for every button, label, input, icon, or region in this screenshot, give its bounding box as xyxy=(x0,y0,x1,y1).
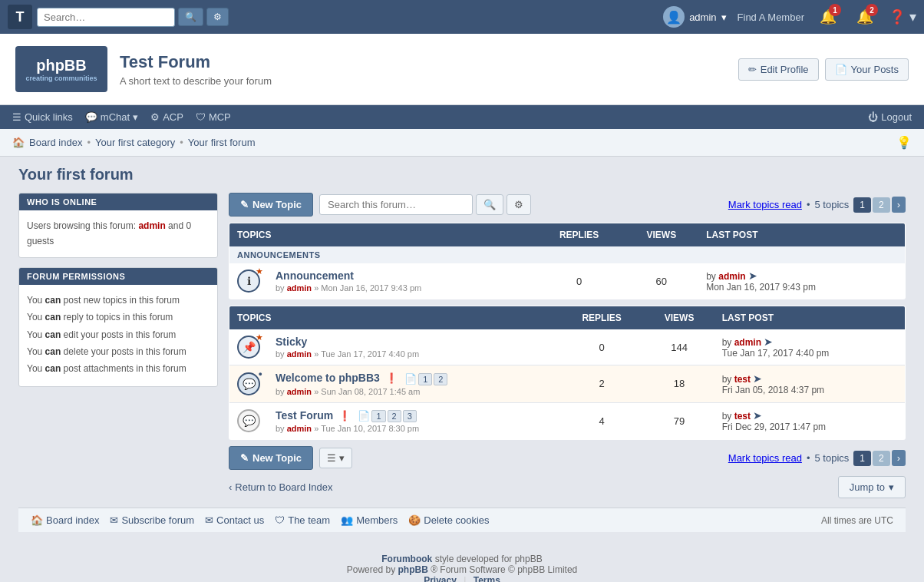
subscribe-forum-link[interactable]: ✉ Subscribe forum xyxy=(110,514,194,526)
mcp-link[interactable]: 🛡 MCP xyxy=(196,111,231,123)
mark-topics-read-info: Mark topics read • 5 topics 1 2 › xyxy=(728,197,906,213)
forumbook-link[interactable]: Forumbook xyxy=(381,554,432,564)
who-is-online-body: Users browsing this forum: admin and 0 g… xyxy=(19,210,217,257)
sort-button[interactable]: ☰ ▾ xyxy=(319,448,352,468)
advanced-search-button[interactable]: ⚙ xyxy=(206,8,229,26)
mark-topics-read-link[interactable]: Mark topics read xyxy=(728,199,802,210)
perm-delete: You can delete your posts in this forum xyxy=(27,344,210,359)
breadcrumb-forum[interactable]: Your first forum xyxy=(188,137,256,148)
table-row: 📌 ★ Sticky by admin » Tue Jan 17, 2017 4… xyxy=(229,329,906,365)
page-2-button-top[interactable]: 2 xyxy=(873,197,890,213)
acp-link[interactable]: ⚙ ACP xyxy=(150,111,183,123)
page-next-button-top[interactable]: › xyxy=(892,197,906,213)
members-icon: 👥 xyxy=(341,514,353,526)
col-topics-icon: TOPICS xyxy=(229,306,559,330)
sticky-lastpost-author[interactable]: admin xyxy=(734,337,761,348)
testforum-go-arrow[interactable]: ➤ xyxy=(753,409,762,422)
the-team-link[interactable]: 🛡 The team xyxy=(275,514,330,526)
testforum-views: 79 xyxy=(645,402,714,440)
jump-to-button[interactable]: Jump to ▾ xyxy=(838,476,906,498)
mini-page2-2[interactable]: 2 xyxy=(388,410,401,422)
edit-profile-button[interactable]: ✏ Edit Profile xyxy=(738,58,819,81)
sort-dropdown-icon: ▾ xyxy=(339,452,345,464)
topic-title-cell: Announcement by admin » Mon Jan 16, 2017… xyxy=(268,263,534,299)
mini-page-1[interactable]: 1 xyxy=(418,373,432,385)
topic-advsearch-button[interactable]: ⚙ xyxy=(507,194,531,215)
quick-links-menu[interactable]: ☰ Quick links xyxy=(12,111,73,123)
online-user-admin[interactable]: admin xyxy=(138,220,165,231)
timezone-text: All times are UTC xyxy=(821,515,893,526)
delete-cookies-link[interactable]: 🍪 Delete cookies xyxy=(408,514,489,526)
forum-name: Test Forum xyxy=(120,52,726,72)
testforum-lastpost-author[interactable]: test xyxy=(734,411,751,422)
mini-page2-1[interactable]: 1 xyxy=(371,410,385,422)
contact-us-link[interactable]: ✉ Contact us xyxy=(205,514,264,526)
col-icon: TOPICS xyxy=(229,223,534,247)
topic-search-button[interactable]: 🔍 xyxy=(476,194,503,215)
topic-meta-sticky: by admin » Tue Jan 17, 2017 4:40 pm xyxy=(276,349,552,359)
find-member-link[interactable]: Find A Member xyxy=(738,12,804,23)
mark-topics-read-link-bottom[interactable]: Mark topics read xyxy=(728,452,802,464)
breadcrumb-board-index[interactable]: Board index xyxy=(29,137,82,148)
new-topic-button-bottom[interactable]: ✎ New Topic xyxy=(229,446,313,470)
board-footer: 🏠 Board index ✉ Subscribe forum ✉ Contac… xyxy=(18,508,906,532)
powered-by: Powered by phpBB ® Forum Software © phpB… xyxy=(8,564,916,575)
mini-page2-3[interactable]: 3 xyxy=(403,410,417,422)
mchat-link[interactable]: 💬 mChat ▾ xyxy=(85,111,138,123)
user-menu[interactable]: 👤 admin ▾ xyxy=(663,6,726,28)
site-logo: T xyxy=(8,5,32,29)
bulb-icon: 💡 xyxy=(896,135,912,150)
announcements-section-row: ANNOUNCEMENTS xyxy=(229,246,906,263)
page-2-button-bottom[interactable]: 2 xyxy=(873,451,890,466)
privacy-link[interactable]: Privacy xyxy=(424,575,457,582)
acp-icon: ⚙ xyxy=(150,111,160,123)
lastpost-author-link[interactable]: admin xyxy=(718,271,745,282)
topic-sticky-link[interactable]: Sticky xyxy=(276,336,307,348)
topic-search-input[interactable] xyxy=(319,194,473,215)
welcome-go-arrow[interactable]: ➤ xyxy=(753,372,762,385)
search-input[interactable] xyxy=(37,8,175,27)
phpbb-link[interactable]: phpBB xyxy=(398,564,427,575)
topic-testforum-link[interactable]: Test Forum xyxy=(276,409,333,422)
logout-link[interactable]: ⏻ Logout xyxy=(868,111,912,123)
welcome-lastpost-author[interactable]: test xyxy=(734,374,751,385)
return-board-index-button[interactable]: ‹ Return to Board Index xyxy=(229,481,333,493)
replies-cell: 0 xyxy=(534,263,625,299)
topic-title-cell-testforum: Test Forum ❗ 📄 1 2 3 by admin » Tue Jan … xyxy=(268,402,559,440)
new-dot-welcome: ● xyxy=(259,370,262,378)
members-link[interactable]: 👥 Members xyxy=(341,514,398,526)
welcome-author-link[interactable]: admin xyxy=(287,387,312,396)
topic-author-link[interactable]: admin xyxy=(287,283,312,293)
testforum-author-link[interactable]: admin xyxy=(287,424,312,433)
your-posts-button[interactable]: 📄 Your Posts xyxy=(825,58,909,81)
mini-page-2[interactable]: 2 xyxy=(434,373,447,385)
sticky-go-arrow[interactable]: ➤ xyxy=(764,336,773,348)
col-views-ann: VIEWS xyxy=(624,223,698,247)
go-to-post-icon[interactable]: ➤ xyxy=(748,270,757,282)
topic-icon-cell-testforum: 💬 xyxy=(229,402,269,440)
page-next-button-bottom[interactable]: › xyxy=(892,450,906,466)
new-topic-button-top[interactable]: ✎ New Topic xyxy=(229,193,313,217)
help-button[interactable]: ❓ ▾ xyxy=(889,8,916,25)
welcome-replies: 2 xyxy=(559,365,645,403)
page-1-button-bottom[interactable]: 1 xyxy=(853,451,871,466)
breadcrumb-category[interactable]: Your first category xyxy=(95,137,175,148)
notifications-button-2[interactable]: 🔔 2 xyxy=(852,7,878,27)
topic-title-cell-sticky: Sticky by admin » Tue Jan 17, 2017 4:40 … xyxy=(268,329,559,365)
topic-meta-welcome: by admin » Sun Jan 08, 2017 1:45 am xyxy=(276,387,552,396)
page-1-button-top[interactable]: 1 xyxy=(853,197,871,213)
topic-icon-welcome: 💬 xyxy=(237,372,260,395)
topic-title-link[interactable]: Announcement xyxy=(276,270,354,282)
username-label: admin xyxy=(689,12,716,23)
topic-sticky-author[interactable]: admin xyxy=(287,349,312,359)
footer-board-index-link[interactable]: 🏠 Board index xyxy=(31,514,99,526)
announcements-table: TOPICS REPLIES VIEWS LAST POST ANNOUNCEM… xyxy=(229,223,906,299)
topic-icon-cell-welcome: 💬 ● xyxy=(229,365,269,403)
lastpost-cell: by admin ➤ Mon Jan 16, 2017 9:43 pm xyxy=(698,263,905,299)
terms-link[interactable]: Terms xyxy=(474,575,500,582)
topic-icon-wrap-testforum: 💬 xyxy=(237,409,260,432)
search-button[interactable]: 🔍 xyxy=(178,8,203,26)
topic-welcome-link[interactable]: Welcome to phpBB3 xyxy=(276,372,380,384)
notifications-button-1[interactable]: 🔔 1 xyxy=(815,7,841,27)
return-icon: ‹ xyxy=(229,481,232,493)
